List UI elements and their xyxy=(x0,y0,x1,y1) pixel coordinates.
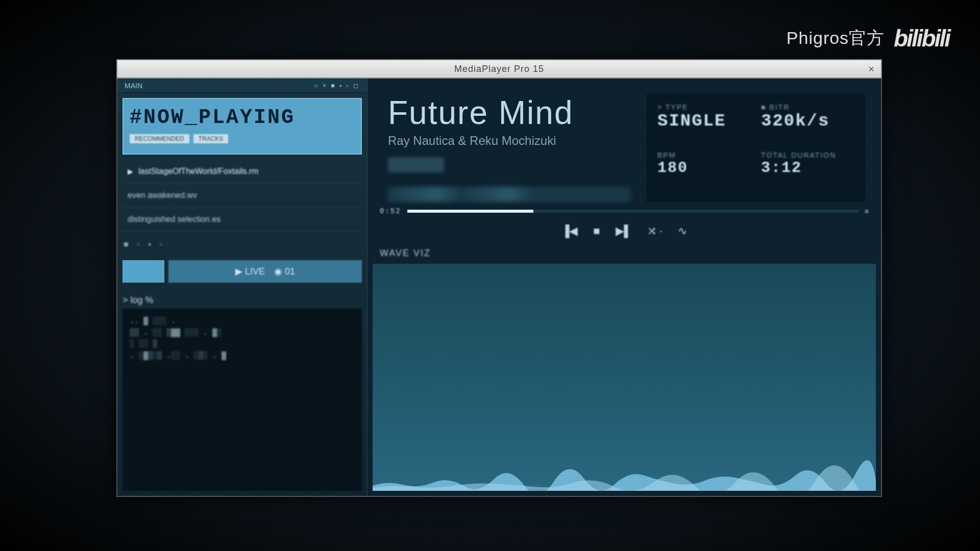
track-row[interactable]: even awakened.wv xyxy=(122,184,362,208)
btn-large-left: ▶ LIVE xyxy=(235,266,265,277)
song-meta-blur xyxy=(388,187,631,202)
main-panel: Future Mind Ray Nautica & Reku Mochizuki… xyxy=(368,79,881,496)
sidebar-indicator-row: ■ ◦ ▪ ◦ xyxy=(117,232,367,257)
window-title: MediaPlayer Pro 15 xyxy=(454,64,544,74)
waveform xyxy=(373,460,876,491)
playlist-icon[interactable]: ≡ xyxy=(865,207,869,215)
pill-tracks[interactable]: TRACKS xyxy=(193,134,229,143)
track-row[interactable]: ▶ lastStageOfTheWorld/Foxtails.rm xyxy=(122,160,362,184)
visualizer xyxy=(373,264,876,491)
info-row: Future Mind Ray Nautica & Reku Mochizuki… xyxy=(368,79,881,207)
btn-large-right: ◉ 01 xyxy=(274,266,295,277)
metric-value-duration: 3:12 xyxy=(761,159,854,177)
close-icon[interactable]: × xyxy=(868,63,875,75)
app-window: MediaPlayer Pro 15 × MAIN ○ × ■ ▪ ▫ ◻ #N… xyxy=(116,59,882,497)
watermark: Phigros官方 bilibili xyxy=(787,24,949,52)
sidebar: MAIN ○ × ■ ▪ ▫ ◻ #NOW_PLAYING RECOMMENDE… xyxy=(117,79,368,496)
now-playing-panel: #NOW_PLAYING RECOMMENDED TRACKS xyxy=(122,98,362,155)
sidebar-tab[interactable]: MAIN ○ × ■ ▪ ▫ ◻ xyxy=(117,79,367,93)
next-button[interactable]: ▶▌ xyxy=(616,224,632,238)
shuffle-button[interactable]: ⤨ · xyxy=(647,224,663,238)
metric-value-bpm: 180 xyxy=(657,159,751,177)
song-tag xyxy=(388,157,444,172)
metric-value-type: SINGLE xyxy=(657,111,751,131)
sidebar-button-row: ▶ LIVE ◉ 01 xyxy=(122,260,362,283)
watermark-text: Phigros官方 xyxy=(787,27,885,50)
bilibili-logo: bilibili xyxy=(894,24,949,52)
song-block: Future Mind Ray Nautica & Reku Mochizuki xyxy=(388,94,631,202)
prev-button[interactable]: ▐◀ xyxy=(561,224,578,238)
terminal-header: > log % xyxy=(122,295,362,306)
progress-time: 0:52 xyxy=(380,207,401,215)
track-title: lastStageOfTheWorld/Foxtails.rm xyxy=(138,167,258,176)
metrics-panel: > TYPE SINGLE ■ BITR 320k/s BPM 180 TOTA… xyxy=(646,94,866,202)
tracklist: ▶ lastStageOfTheWorld/Foxtails.rm even a… xyxy=(122,160,362,232)
repeat-button[interactable]: ∿ xyxy=(678,224,687,238)
filter-pills: RECOMMENDED TRACKS xyxy=(130,134,355,143)
metric-label-duration: TOTAL DURATION xyxy=(761,151,854,159)
track-row[interactable]: distinguished selection.es xyxy=(122,208,362,232)
progress-row: 0:52 ≡ xyxy=(368,207,881,219)
song-title: Future Mind xyxy=(388,94,631,132)
visualizer-label: WAVE VIZ xyxy=(368,245,881,262)
sidebar-large-button[interactable]: ▶ LIVE ◉ 01 xyxy=(168,260,362,283)
transport-controls: ▐◀ ■ ▶▌ ⤨ · ∿ xyxy=(368,219,881,245)
app-body: MAIN ○ × ■ ▪ ▫ ◻ #NOW_PLAYING RECOMMENDE… xyxy=(116,79,882,497)
progress-bar[interactable] xyxy=(407,210,859,213)
metric-label-bpm: BPM xyxy=(657,151,751,159)
sidebar-tab-controls[interactable]: ○ × ■ ▪ ▫ ◻ xyxy=(314,82,360,89)
stop-button[interactable]: ■ xyxy=(593,224,600,238)
terminal-body: .. ▓ ░░░ . ▒▒ . ░░ ▒▓▓ ░░░ . ▓░ ░ ░░ ▒ .… xyxy=(122,309,362,491)
progress-fill xyxy=(407,210,534,213)
pill-recommended[interactable]: RECOMMENDED xyxy=(130,134,189,143)
metric-value-bitrate: 320k/s xyxy=(761,111,854,131)
play-icon: ▶ xyxy=(128,167,133,176)
track-title: distinguished selection.es xyxy=(128,215,220,224)
now-playing-heading: #NOW_PLAYING xyxy=(130,106,355,129)
track-title: even awakened.wv xyxy=(128,191,197,200)
song-artist: Ray Nautica & Reku Mochizuki xyxy=(388,134,631,148)
sidebar-tab-label: MAIN xyxy=(125,82,142,90)
metric-label-type: > TYPE xyxy=(657,103,751,111)
titlebar[interactable]: MediaPlayer Pro 15 × xyxy=(116,59,882,79)
sidebar-small-button[interactable] xyxy=(122,260,164,283)
metric-label-bitrate: ■ BITR xyxy=(761,103,854,111)
